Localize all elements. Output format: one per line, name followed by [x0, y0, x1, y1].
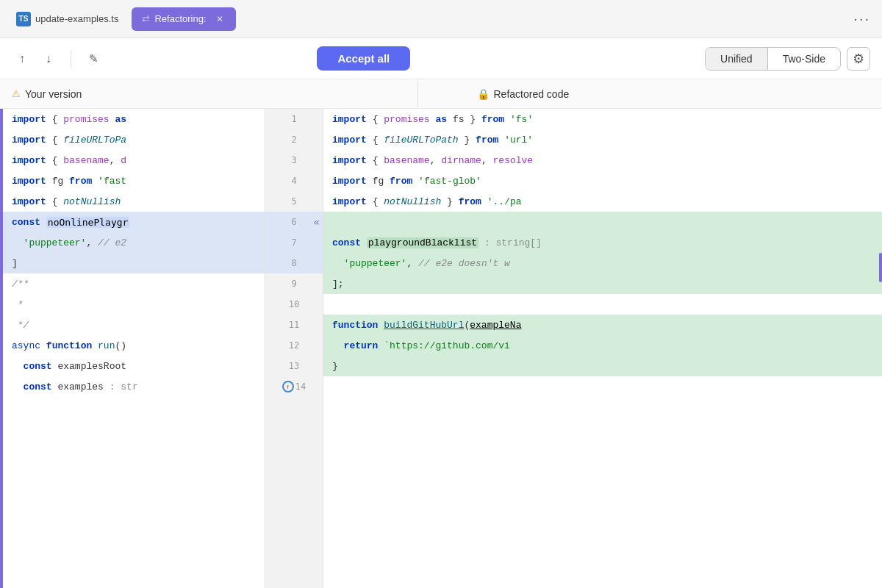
right-code-pane[interactable]: import { promises as fs } from 'fs' impo… — [323, 109, 882, 588]
tab-update-examples[interactable]: TS update-examples.ts — [6, 6, 129, 32]
gutter-line-3: 3 — [265, 150, 323, 171]
tab-bar: TS update-examples.ts ⇄ Refactoring: ✕ ·… — [0, 0, 882, 38]
right-line-9: ]; — [323, 273, 882, 294]
right-line-3: import { basename, dirname, resolve — [323, 150, 882, 171]
tab-inactive-label: update-examples.ts — [35, 13, 118, 24]
left-code-lines: import { promises as import { fileURLToP… — [0, 109, 265, 397]
accept-all-button[interactable]: Accept all — [317, 46, 410, 71]
left-line-6: const noOnlinePlaygr — [3, 212, 265, 232]
gutter-line-5: 5 — [265, 191, 323, 212]
circle-badge: ↑ — [282, 381, 294, 392]
gutter-line-4: 4 — [265, 171, 323, 191]
left-line-2: import { fileURLToPa — [3, 129, 265, 150]
nav-up-button[interactable]: ↑ — [12, 49, 32, 69]
right-section-header: 🔒 Refactored code — [418, 88, 883, 100]
gutter-line-7: 7 — [265, 232, 323, 253]
gutter-line-10: 10 — [265, 294, 323, 315]
two-side-view-button[interactable]: Two-Side — [768, 48, 840, 70]
gutter-line-1: 1 — [265, 109, 323, 129]
settings-button[interactable]: ⚙ — [847, 47, 870, 71]
line-number-gutter: 1 2 3 4 5 6 « 7 8 9 10 11 12 13 ↑ 14 — [265, 109, 323, 588]
view-toggle: Unified Two-Side — [705, 47, 841, 71]
left-line-9: /** — [3, 273, 265, 294]
right-line-13: } — [323, 356, 882, 376]
left-code-pane[interactable]: import { promises as import { fileURLToP… — [0, 109, 265, 588]
right-section-label: Refactored code — [494, 88, 570, 100]
right-line-4: import fg from 'fast-glob' — [323, 171, 882, 191]
left-line-11: */ — [3, 315, 265, 335]
gutter-line-8: 8 — [265, 253, 323, 273]
left-line-3: import { basename, d — [3, 150, 265, 171]
tab-refactoring[interactable]: ⇄ Refactoring: ✕ — [132, 7, 235, 31]
tab-active-label: Refactoring: — [154, 13, 206, 24]
right-line-14 — [323, 376, 882, 397]
code-area: import { promises as import { fileURLToP… — [0, 109, 882, 588]
gutter-line-11: 11 — [265, 315, 323, 335]
right-line-6 — [323, 212, 882, 232]
split-layout: import { promises as import { fileURLToP… — [0, 109, 882, 588]
right-code-lines: import { promises as fs } from 'fs' impo… — [323, 109, 882, 397]
lock-icon: 🔒 — [477, 88, 490, 100]
right-line-2: import { fileURLToPath } from 'url' — [323, 129, 882, 150]
right-line-10 — [323, 294, 882, 315]
typescript-icon: TS — [16, 12, 31, 26]
left-line-4: import fg from 'fast — [3, 171, 265, 191]
left-line-14: const examples : str — [3, 376, 265, 397]
section-headers: ⚠ Your version 🔒 Refactored code — [0, 79, 882, 109]
gutter-line-6: 6 « — [265, 212, 323, 232]
nav-down-button[interactable]: ↓ — [38, 49, 59, 69]
toolbar: ↑ ↓ ✎ Accept all Unified Two-Side ⚙ — [0, 38, 882, 79]
nav-divider — [71, 50, 71, 68]
refactoring-icon: ⇄ — [142, 13, 150, 24]
tab-more-button[interactable]: ··· — [847, 7, 876, 30]
unified-view-button[interactable]: Unified — [706, 48, 767, 70]
gutter-line-14: ↑ 14 — [265, 376, 323, 397]
left-line-8: ] — [3, 253, 265, 273]
left-section-label: Your version — [25, 88, 82, 100]
gutter-line-13: 13 — [265, 356, 323, 376]
right-line-1: import { promises as fs } from 'fs' — [323, 109, 882, 129]
gutter-line-2: 2 — [265, 129, 323, 150]
left-line-10: * — [3, 294, 265, 315]
tab-close-button[interactable]: ✕ — [214, 13, 226, 25]
right-line-12: return `https://github.com/vi — [323, 335, 882, 356]
left-line-1: import { promises as — [3, 109, 265, 129]
gutter-line-9: 9 — [265, 273, 323, 294]
nav-buttons: ↑ ↓ ✎ — [12, 49, 104, 69]
edit-button[interactable]: ✎ — [83, 49, 104, 69]
left-line-12: async function run() — [3, 335, 265, 356]
right-line-7: const playgroundBlacklist : string[] — [323, 232, 882, 253]
left-accent-bar — [0, 109, 3, 588]
left-section-header: ⚠ Your version — [0, 88, 417, 100]
right-line-5: import { notNullish } from '../pa — [323, 191, 882, 212]
warning-icon: ⚠ — [12, 88, 21, 99]
right-scrollbar[interactable] — [879, 253, 882, 282]
right-line-8: 'puppeteer', // e2e doesn't w — [323, 253, 882, 273]
left-line-13: const examplesRoot — [3, 356, 265, 376]
left-line-5: import { notNullish — [3, 191, 265, 212]
right-line-11: function buildGitHubUrl(exampleNa — [323, 315, 882, 335]
left-line-7: 'puppeteer', // e2 — [3, 232, 265, 253]
gutter-line-12: 12 — [265, 335, 323, 356]
